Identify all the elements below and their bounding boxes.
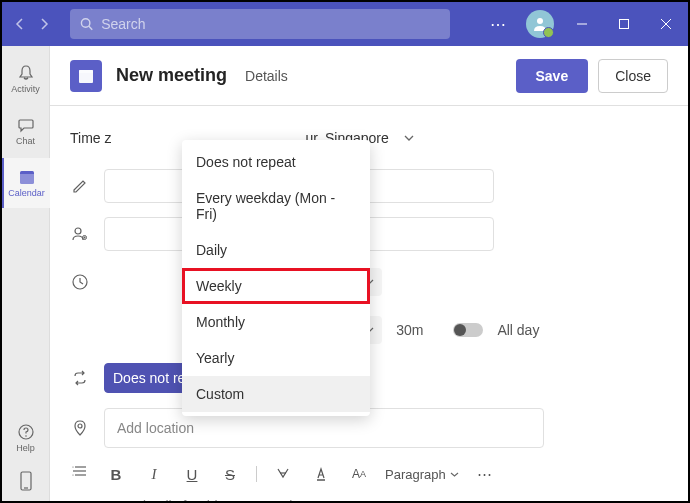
sidebar: Activity Chat Calendar Help (2, 46, 50, 501)
pencil-icon (70, 176, 90, 196)
description-editor[interactable]: Type details for this new meeting (104, 492, 668, 501)
maximize-button[interactable] (610, 10, 638, 38)
dropdown-item-yearly[interactable]: Yearly (182, 340, 370, 376)
page-title: New meeting (116, 65, 227, 86)
sidebar-label: Calendar (8, 188, 45, 198)
svg-point-15 (75, 228, 81, 234)
bold-button[interactable]: B (104, 462, 128, 486)
sidebar-item-chat[interactable]: Chat (2, 106, 50, 156)
search-icon (80, 17, 93, 31)
sidebar-item-help[interactable]: Help (2, 413, 50, 463)
dropdown-item-every-weekday[interactable]: Every weekday (Mon - Fri) (182, 180, 370, 232)
help-icon (17, 423, 35, 441)
sidebar-label: Help (16, 443, 35, 453)
sidebar-label: Chat (16, 136, 35, 146)
sidebar-item-device[interactable] (18, 471, 34, 493)
paragraph-select[interactable]: Paragraph (385, 467, 459, 482)
nav-forward-button[interactable] (34, 14, 54, 34)
content: New meeting Details Save Close Time z ur… (50, 46, 688, 501)
calendar-icon (18, 168, 36, 186)
allday-toggle[interactable] (453, 323, 483, 337)
svg-point-0 (81, 19, 89, 27)
more-format-button[interactable]: ⋯ (473, 462, 497, 486)
highlight-button[interactable] (271, 462, 295, 486)
svg-point-10 (25, 435, 27, 437)
person-icon (532, 16, 548, 32)
repeat-dropdown-menu: Does not repeat Every weekday (Mon - Fri… (182, 140, 370, 416)
svg-point-2 (537, 18, 543, 24)
font-size-button[interactable]: AA (347, 462, 371, 486)
tab-details[interactable]: Details (245, 68, 288, 84)
description-icon (70, 462, 90, 482)
bell-icon (17, 64, 35, 82)
nav-back-button[interactable] (10, 14, 30, 34)
svg-rect-14 (79, 70, 93, 73)
svg-rect-8 (20, 174, 34, 184)
duration-label: 30m (396, 322, 423, 338)
dropdown-item-monthly[interactable]: Monthly (182, 304, 370, 340)
underline-button[interactable]: U (180, 462, 204, 486)
device-icon (18, 471, 34, 493)
sidebar-item-activity[interactable]: Activity (2, 54, 50, 104)
page-header: New meeting Details Save Close (50, 46, 688, 106)
allday-label: All day (497, 322, 539, 338)
save-button[interactable]: Save (516, 59, 589, 93)
timezone-label: Time z (70, 130, 111, 146)
dropdown-item-custom[interactable]: Custom (182, 376, 370, 412)
dropdown-item-weekly[interactable]: Weekly (182, 268, 370, 304)
location-icon (70, 418, 90, 438)
people-icon (70, 224, 90, 244)
sidebar-label: Activity (11, 84, 40, 94)
repeat-icon (70, 368, 90, 388)
svg-point-25 (72, 474, 73, 475)
svg-rect-4 (620, 20, 629, 29)
italic-button[interactable]: I (142, 462, 166, 486)
dropdown-item-does-not-repeat[interactable]: Does not repeat (182, 144, 370, 180)
more-button[interactable]: ⋯ (484, 10, 512, 38)
titlebar: ⋯ (2, 2, 688, 46)
dropdown-item-daily[interactable]: Daily (182, 232, 370, 268)
clock-icon (70, 272, 90, 292)
minimize-button[interactable] (568, 10, 596, 38)
svg-rect-11 (21, 472, 31, 490)
svg-line-1 (89, 26, 92, 29)
chat-icon (17, 116, 35, 134)
search-box[interactable] (70, 9, 450, 39)
svg-point-20 (78, 424, 82, 428)
meeting-type-icon (70, 60, 102, 92)
font-color-button[interactable] (309, 462, 333, 486)
avatar[interactable] (526, 10, 554, 38)
window-close-button[interactable] (652, 10, 680, 38)
svg-point-24 (72, 466, 73, 467)
strike-button[interactable]: S (218, 462, 242, 486)
calendar-icon (77, 67, 95, 85)
search-input[interactable] (101, 16, 440, 32)
close-button[interactable]: Close (598, 59, 668, 93)
chevron-down-icon (403, 132, 415, 144)
sidebar-item-calendar[interactable]: Calendar (2, 158, 50, 208)
editor-toolbar: B I U S AA Paragraph ⋯ (104, 456, 668, 492)
chevron-down-icon (450, 470, 459, 479)
